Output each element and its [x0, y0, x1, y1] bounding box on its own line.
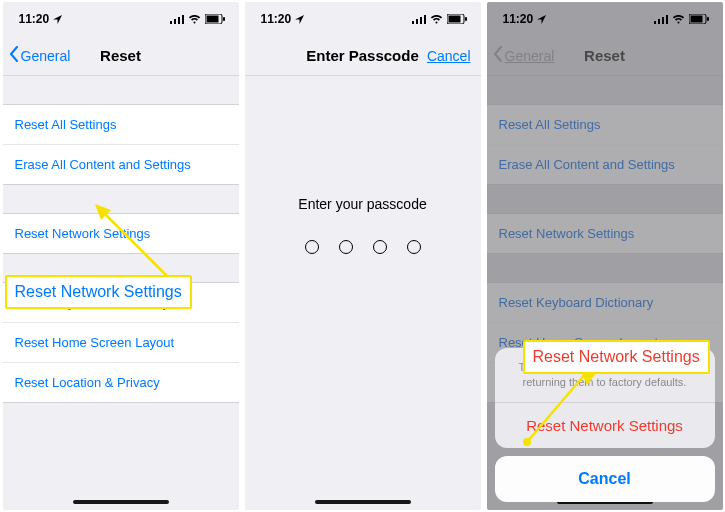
svg-rect-12: [420, 17, 422, 24]
screen-reset-confirm: 11:20 General Reset Reset: [487, 2, 723, 510]
passcode-dots[interactable]: [245, 240, 481, 254]
svg-rect-1: [174, 19, 176, 24]
reset-home-screen-layout-row[interactable]: Reset Home Screen Layout: [3, 322, 239, 362]
status-bar: 11:20: [3, 2, 239, 36]
screen-enter-passcode: 11:20 Enter Passcode Cancel Enter your p…: [245, 2, 481, 510]
home-indicator[interactable]: [315, 500, 411, 504]
passcode-dot: [339, 240, 353, 254]
battery-icon: [447, 14, 467, 24]
svg-point-25: [523, 438, 531, 446]
svg-line-24: [527, 372, 587, 442]
wifi-icon: [430, 15, 443, 24]
action-sheet-cancel-button[interactable]: Cancel: [495, 456, 715, 502]
status-time: 11:20: [19, 12, 50, 26]
cancel-button[interactable]: Cancel: [427, 48, 471, 64]
passcode-dot: [373, 240, 387, 254]
annotation-callout: Reset Network Settings: [5, 275, 192, 309]
nav-bar: General Reset: [3, 36, 239, 76]
page-title: Reset: [100, 47, 141, 64]
screen-reset-settings: 11:20 General Reset Reset: [3, 2, 239, 510]
settings-group: Reset All Settings Erase All Content and…: [3, 104, 239, 185]
wifi-icon: [188, 15, 201, 24]
annotation-callout: Reset Network Settings: [523, 340, 710, 374]
svg-rect-13: [424, 15, 426, 24]
passcode-prompt: Enter your passcode: [245, 196, 481, 212]
back-label: General: [21, 48, 71, 64]
erase-all-content-row[interactable]: Erase All Content and Settings: [3, 144, 239, 184]
nav-bar: Enter Passcode Cancel: [245, 36, 481, 76]
passcode-dot: [407, 240, 421, 254]
svg-rect-2: [178, 17, 180, 24]
svg-rect-3: [182, 15, 184, 24]
back-button[interactable]: General: [9, 46, 71, 65]
passcode-area: Enter your passcode: [245, 196, 481, 254]
svg-rect-0: [170, 21, 172, 24]
cellular-signal-icon: [412, 15, 426, 24]
home-indicator[interactable]: [73, 500, 169, 504]
location-icon: [53, 15, 62, 24]
chevron-left-icon: [9, 46, 19, 65]
svg-rect-15: [448, 16, 460, 23]
cellular-signal-icon: [170, 15, 184, 24]
status-time: 11:20: [261, 12, 292, 26]
svg-rect-11: [416, 19, 418, 24]
svg-rect-6: [223, 17, 225, 21]
reset-all-settings-row[interactable]: Reset All Settings: [3, 105, 239, 144]
battery-icon: [205, 14, 225, 24]
passcode-dot: [305, 240, 319, 254]
page-title: Enter Passcode: [306, 47, 419, 64]
svg-rect-5: [206, 16, 218, 23]
annotation-arrow: [517, 367, 617, 457]
reset-location-privacy-row[interactable]: Reset Location & Privacy: [3, 362, 239, 402]
svg-rect-10: [412, 21, 414, 24]
svg-rect-16: [465, 17, 467, 21]
location-icon: [295, 15, 304, 24]
status-bar: 11:20: [245, 2, 481, 36]
